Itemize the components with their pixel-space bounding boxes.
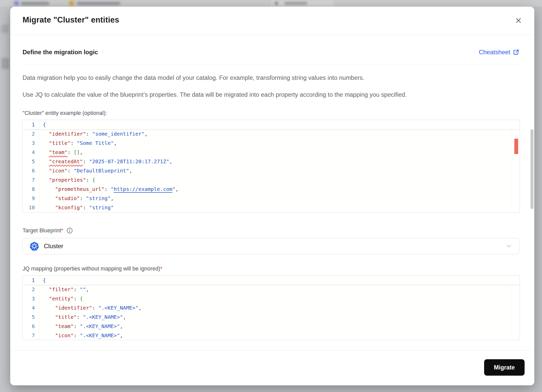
code-line: 3 "entity": {: [23, 294, 520, 303]
line-number: 7: [23, 175, 39, 184]
cheatsheet-link[interactable]: Cheatsheet: [479, 49, 519, 56]
entity-example-label: "Cluster" entity example (optional):: [23, 110, 519, 116]
editor-overview-ruler: [511, 276, 520, 340]
code-line: 9 "studio": "string",: [23, 194, 520, 203]
folder-icon: [69, 1, 74, 6]
code-line: 4 "identifier": ".<KEY_NAME>",: [23, 303, 520, 312]
code-line: 2 "filter": "",: [23, 285, 520, 294]
code-line: 2 "identifier": "some_identifier",: [23, 129, 520, 138]
background-sidebar-icon: [1, 25, 9, 33]
target-blueprint-label: Target Blueprint*: [23, 227, 63, 234]
close-button[interactable]: [514, 16, 523, 25]
line-number: 8: [23, 184, 39, 194]
divider: [23, 64, 519, 64]
code-line: 6 "team": ".<KEY_NAME>",: [23, 322, 520, 331]
code-line: 10 "kconfig": "string": [23, 203, 520, 212]
line-number: 1: [23, 120, 39, 129]
error-marker: [514, 139, 518, 154]
line-number: 7: [23, 331, 39, 340]
chevron-down-icon: [505, 244, 513, 248]
modal-body: Define the migration logic Cheatsheet Da…: [10, 35, 534, 351]
code-line: 8 "prometheus_url": "https://example.com…: [23, 184, 520, 194]
line-number: 5: [23, 312, 39, 322]
line-number: 1: [23, 276, 39, 285]
code-line: 4 "team": [],: [23, 148, 520, 157]
external-link-icon: [513, 49, 519, 56]
background-search-label: [284, 2, 307, 5]
jq-mapping-editor[interactable]: 1{2 "filter": "",3 "entity": {4 "identif…: [23, 275, 520, 340]
code-lines: 1{2 "identifier": "some_identifier",3 "t…: [23, 120, 520, 212]
line-number: 6: [23, 322, 39, 331]
screen: Migrate "Cluster" entities Define the mi…: [0, 0, 542, 392]
catalog-icon: [14, 1, 19, 6]
search-icon: [275, 2, 278, 5]
line-number: 3: [23, 138, 39, 148]
modal-title: Migrate "Cluster" entities: [23, 15, 119, 25]
code-line: 1{: [23, 276, 520, 285]
modal-footer: Migrate: [10, 350, 534, 385]
background-tab-label: [21, 2, 49, 5]
line-number: 5: [23, 157, 39, 166]
kubernetes-icon: [29, 241, 39, 251]
line-number: 9: [23, 194, 39, 203]
code-line: 1{: [23, 120, 520, 129]
close-icon: [515, 17, 522, 24]
migrate-button[interactable]: Migrate: [484, 359, 525, 376]
code-lines: 1{2 "filter": "",3 "entity": {4 "identif…: [23, 276, 520, 340]
line-number: 4: [23, 148, 39, 157]
code-line: 7 "icon": ".<KEY_NAME>",: [23, 331, 520, 340]
line-number: 6: [23, 166, 39, 175]
description-paragraph: Use JQ to calculate the value of the blu…: [23, 91, 519, 98]
code-line: 6 "icon": "DefaultBlueprint",: [23, 166, 520, 175]
jq-mapping-label: JQ mapping (properties without mapping w…: [23, 266, 519, 272]
background-tab-label: [77, 2, 120, 5]
line-number: 4: [23, 303, 39, 312]
target-blueprint-value: Cluster: [44, 243, 63, 250]
line-number: 3: [23, 294, 39, 303]
code-line: 5 "createdAt": "2025-07-28T11:20:17.271Z…: [23, 157, 520, 166]
background-sidebar-icon: [2, 58, 9, 69]
code-line: 5 "title": ".<KEY_NAME>",: [23, 312, 520, 322]
editor-overview-ruler: [511, 120, 520, 212]
code-line: 3 "title": "Some Title",: [23, 138, 520, 148]
description-paragraph: Data migration help you to easily change…: [23, 74, 519, 81]
line-number: 2: [23, 285, 39, 294]
modal-header: Migrate "Cluster" entities: [10, 7, 534, 35]
code-line: 7 "properties": {: [23, 175, 520, 184]
info-icon[interactable]: [66, 227, 73, 234]
background-topbar: [0, 0, 542, 7]
modal-scrollbar-thumb[interactable]: [530, 129, 534, 209]
migrate-modal: Migrate "Cluster" entities Define the mi…: [10, 7, 534, 385]
cheatsheet-label: Cheatsheet: [479, 49, 510, 56]
target-blueprint-select[interactable]: Cluster: [23, 238, 519, 254]
line-number: 2: [23, 129, 39, 138]
section-heading: Define the migration logic: [23, 49, 98, 56]
entity-example-editor[interactable]: 1{2 "identifier": "some_identifier",3 "t…: [23, 120, 520, 212]
line-number: 10: [23, 203, 39, 212]
background-sidebar: [0, 7, 10, 392]
